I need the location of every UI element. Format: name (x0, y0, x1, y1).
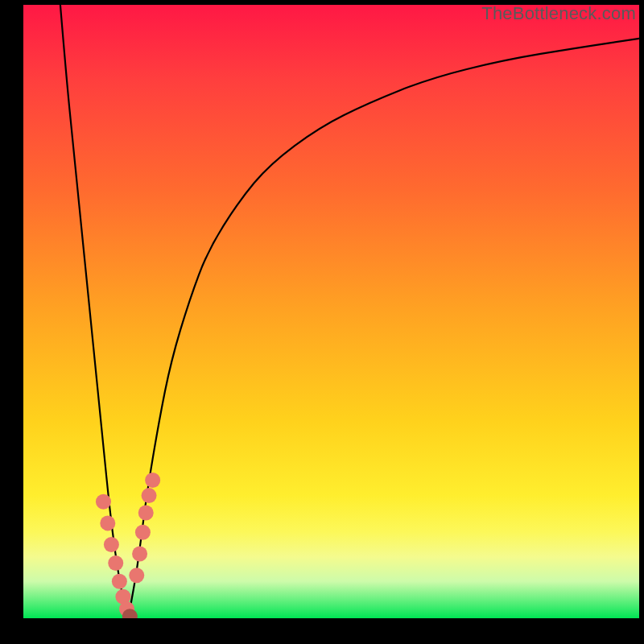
chart-svg (23, 5, 639, 618)
chart-frame: TheBottleneck.com (0, 0, 644, 644)
marker-right-markers (132, 546, 147, 561)
marker-right-markers (138, 505, 154, 520)
marker-left-markers (104, 537, 119, 552)
marker-right-markers (142, 488, 157, 503)
series-container (60, 5, 639, 618)
marker-right-markers (135, 525, 151, 540)
marker-left-markers (108, 555, 123, 571)
marker-left-markers (112, 574, 127, 589)
marker-left-markers (100, 515, 115, 530)
curve-left-branch (60, 5, 128, 618)
curve-right-branch (128, 39, 639, 618)
marker-right-markers (145, 473, 160, 488)
plot-area (23, 5, 639, 618)
marker-left-markers (96, 494, 111, 510)
marker-right-markers (129, 568, 144, 583)
